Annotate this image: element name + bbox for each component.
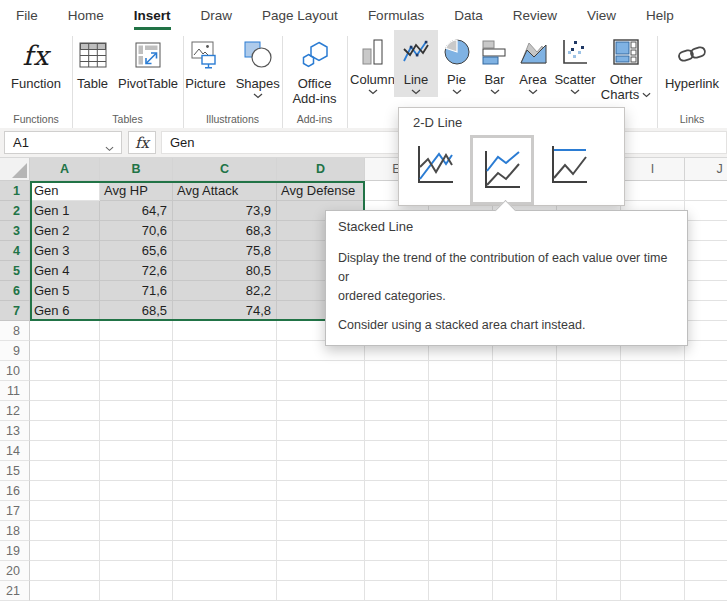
tab-file[interactable]: File bbox=[16, 0, 38, 30]
cell-G18[interactable] bbox=[493, 521, 557, 541]
cell-H20[interactable] bbox=[557, 561, 621, 581]
office-addins-button[interactable]: Office Add-ins bbox=[284, 32, 346, 106]
chevron-down-icon[interactable] bbox=[105, 140, 114, 155]
cell-C5[interactable]: 80,5 bbox=[173, 261, 277, 281]
stacked-line-thumbnail[interactable] bbox=[476, 141, 528, 199]
cell-J7[interactable] bbox=[685, 301, 727, 321]
row-header-1[interactable]: 1 bbox=[0, 181, 30, 201]
cell-F13[interactable] bbox=[429, 421, 493, 441]
column-header-C[interactable]: C bbox=[173, 158, 277, 181]
pivottable-button[interactable]: PivotTable bbox=[113, 32, 183, 91]
row-header-13[interactable]: 13 bbox=[0, 421, 30, 441]
cell-A10[interactable] bbox=[30, 361, 100, 381]
cell-J8[interactable] bbox=[685, 321, 727, 341]
cell-A17[interactable] bbox=[30, 501, 100, 521]
row-header-3[interactable]: 3 bbox=[0, 221, 30, 241]
cell-F20[interactable] bbox=[429, 561, 493, 581]
cell-G14[interactable] bbox=[493, 441, 557, 461]
cell-C7[interactable]: 74,8 bbox=[173, 301, 277, 321]
cell-B11[interactable] bbox=[100, 381, 173, 401]
cell-B15[interactable] bbox=[100, 461, 173, 481]
cell-G16[interactable] bbox=[493, 481, 557, 501]
row-header-16[interactable]: 16 bbox=[0, 481, 30, 501]
cell-B6[interactable]: 71,6 bbox=[100, 281, 173, 301]
cell-C1[interactable]: Avg Attack bbox=[173, 181, 277, 201]
cell-I10[interactable] bbox=[621, 361, 685, 381]
cell-I13[interactable] bbox=[621, 421, 685, 441]
cell-H12[interactable] bbox=[557, 401, 621, 421]
pie-chart-button[interactable]: Pie bbox=[438, 30, 475, 97]
tab-home[interactable]: Home bbox=[68, 0, 104, 30]
cell-A21[interactable] bbox=[30, 581, 100, 601]
cell-E20[interactable] bbox=[365, 561, 429, 581]
cell-J4[interactable] bbox=[685, 241, 727, 261]
cell-D19[interactable] bbox=[277, 541, 365, 561]
cell-B9[interactable] bbox=[100, 341, 173, 361]
cell-B20[interactable] bbox=[100, 561, 173, 581]
row-header-19[interactable]: 19 bbox=[0, 541, 30, 561]
tab-insert[interactable]: Insert bbox=[134, 0, 171, 30]
cell-C9[interactable] bbox=[173, 341, 277, 361]
cell-C2[interactable]: 73,9 bbox=[173, 201, 277, 221]
cell-A12[interactable] bbox=[30, 401, 100, 421]
fx-insert-function-button[interactable]: fx bbox=[128, 131, 156, 154]
tab-data[interactable]: Data bbox=[454, 0, 483, 30]
column-chart-button[interactable]: Column bbox=[351, 30, 394, 97]
cell-D1[interactable]: Avg Defense bbox=[277, 181, 365, 201]
bar-chart-button[interactable]: Bar bbox=[475, 30, 514, 97]
cell-E19[interactable] bbox=[365, 541, 429, 561]
cell-C18[interactable] bbox=[173, 521, 277, 541]
cell-F19[interactable] bbox=[429, 541, 493, 561]
cell-G10[interactable] bbox=[493, 361, 557, 381]
cell-J10[interactable] bbox=[685, 361, 727, 381]
cell-H14[interactable] bbox=[557, 441, 621, 461]
row-header-11[interactable]: 11 bbox=[0, 381, 30, 401]
cell-H19[interactable] bbox=[557, 541, 621, 561]
row-header-7[interactable]: 7 bbox=[0, 301, 30, 321]
line-thumbnail[interactable] bbox=[409, 136, 461, 194]
cell-D17[interactable] bbox=[277, 501, 365, 521]
cell-F21[interactable] bbox=[429, 581, 493, 601]
cell-J20[interactable] bbox=[685, 561, 727, 581]
cell-B12[interactable] bbox=[100, 401, 173, 421]
cell-J17[interactable] bbox=[685, 501, 727, 521]
cell-C12[interactable] bbox=[173, 401, 277, 421]
tab-draw[interactable]: Draw bbox=[201, 0, 233, 30]
cell-A19[interactable] bbox=[30, 541, 100, 561]
row-header-17[interactable]: 17 bbox=[0, 501, 30, 521]
cell-F12[interactable] bbox=[429, 401, 493, 421]
cell-J2[interactable] bbox=[685, 201, 727, 221]
cell-C15[interactable] bbox=[173, 461, 277, 481]
cell-B19[interactable] bbox=[100, 541, 173, 561]
cell-D13[interactable] bbox=[277, 421, 365, 441]
cell-F16[interactable] bbox=[429, 481, 493, 501]
cell-D12[interactable] bbox=[277, 401, 365, 421]
cell-J12[interactable] bbox=[685, 401, 727, 421]
cell-D14[interactable] bbox=[277, 441, 365, 461]
row-header-10[interactable]: 10 bbox=[0, 361, 30, 381]
cell-D16[interactable] bbox=[277, 481, 365, 501]
cell-B4[interactable]: 65,6 bbox=[100, 241, 173, 261]
cell-B1[interactable]: Avg HP bbox=[100, 181, 173, 201]
cell-B16[interactable] bbox=[100, 481, 173, 501]
cell-J15[interactable] bbox=[685, 461, 727, 481]
cell-A11[interactable] bbox=[30, 381, 100, 401]
cell-J16[interactable] bbox=[685, 481, 727, 501]
cell-B2[interactable]: 64,7 bbox=[100, 201, 173, 221]
cell-J5[interactable] bbox=[685, 261, 727, 281]
tab-review[interactable]: Review bbox=[513, 0, 557, 30]
cell-D11[interactable] bbox=[277, 381, 365, 401]
cell-D10[interactable] bbox=[277, 361, 365, 381]
cell-I11[interactable] bbox=[621, 381, 685, 401]
tab-help[interactable]: Help bbox=[646, 0, 674, 30]
cell-A5[interactable]: Gen 4 bbox=[30, 261, 100, 281]
row-header-2[interactable]: 2 bbox=[0, 201, 30, 221]
row-header-9[interactable]: 9 bbox=[0, 341, 30, 361]
cell-I21[interactable] bbox=[621, 581, 685, 601]
cell-J1[interactable] bbox=[685, 181, 727, 201]
cell-I20[interactable] bbox=[621, 561, 685, 581]
cell-E14[interactable] bbox=[365, 441, 429, 461]
cell-B7[interactable]: 68,5 bbox=[100, 301, 173, 321]
row-header-21[interactable]: 21 bbox=[0, 581, 30, 601]
cell-D18[interactable] bbox=[277, 521, 365, 541]
